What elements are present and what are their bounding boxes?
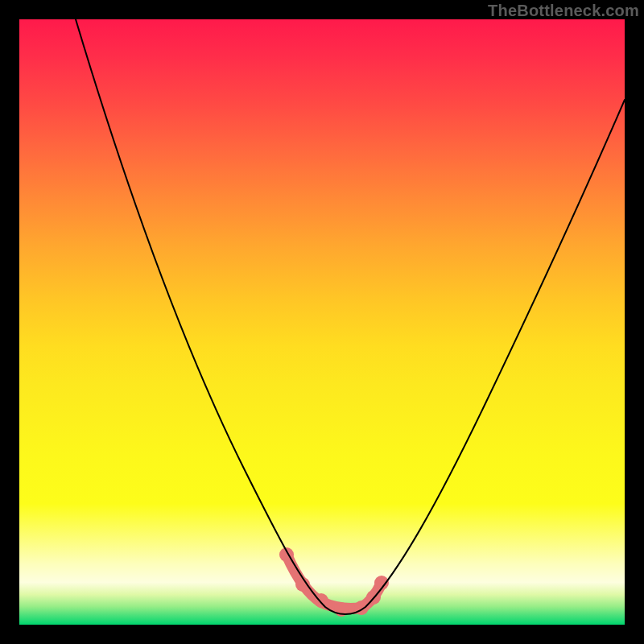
chart-svg [19, 19, 625, 625]
bottleneck-curve [76, 19, 625, 614]
plot-area [19, 19, 625, 625]
watermark-text: TheBottleneck.com [488, 2, 639, 20]
optimal-region-marker [279, 547, 389, 617]
chart-frame: TheBottleneck.com [0, 0, 644, 644]
